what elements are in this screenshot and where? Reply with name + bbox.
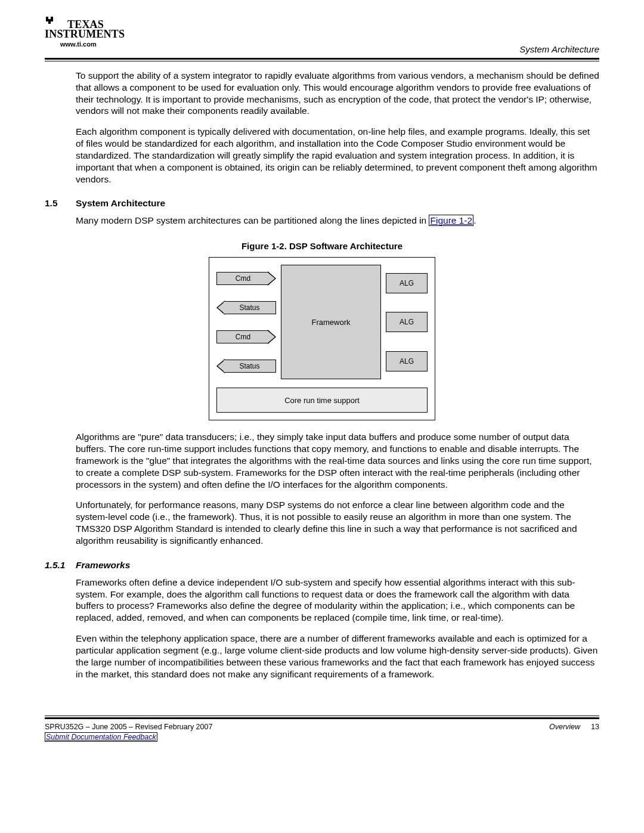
arrow-label: Status (224, 360, 276, 373)
figure: Cmd Status Cmd Status (45, 257, 599, 420)
header-rule (45, 58, 599, 61)
text: . (473, 215, 476, 225)
logo-url: www.ti.com (60, 41, 125, 48)
footer-rule (45, 716, 599, 719)
paragraph: Unfortunately, for performance reasons, … (76, 499, 599, 546)
section-heading: 1.5 System Architecture (45, 198, 599, 209)
ti-logo: TEXAS INSTRUMENTS www.ti.com (45, 16, 125, 48)
figure-link[interactable]: Figure 1-2 (429, 215, 473, 226)
paragraph: Algorithms are "pure" data transducers; … (76, 431, 599, 490)
subsection-title: Frameworks (76, 560, 130, 571)
subsection-heading: 1.5.1 Frameworks (45, 560, 599, 571)
subsection-number: 1.5.1 (45, 560, 76, 571)
arrow-label: Status (224, 301, 276, 314)
framework-box: Framework (281, 265, 381, 379)
paragraph: Even within the telephony application sp… (76, 633, 599, 680)
feedback-link[interactable]: Submit Documentation Feedback (45, 732, 157, 742)
section-number: 1.5 (45, 198, 76, 209)
text: Many modern DSP system architectures can… (76, 215, 429, 225)
alg-box: ALG (386, 351, 428, 371)
paragraph: Each algorithm component is typically de… (76, 126, 599, 185)
page-number: 13 (591, 723, 599, 731)
chip-icon (45, 16, 55, 29)
section-header-label: System Architecture (519, 44, 599, 54)
paragraph: Frameworks often define a device indepen… (76, 577, 599, 624)
doc-id-date: SPRU352G – June 2005 – Revised February … (45, 723, 212, 731)
logo-line2: INSTRUMENTS (45, 29, 125, 39)
paragraph: Many modern DSP system architectures can… (76, 215, 599, 227)
page-footer: SPRU352G – June 2005 – Revised February … (45, 723, 599, 742)
status-arrow: Status (216, 300, 276, 315)
core-runtime-box: Core run time support (216, 388, 428, 413)
figure-caption: Figure 1-2. DSP Software Architecture (45, 241, 599, 251)
page-header: TEXAS INSTRUMENTS www.ti.com System Arch… (45, 16, 599, 54)
footer-section-label: Overview (549, 723, 580, 731)
paragraph: To support the ability of a system integ… (76, 70, 599, 117)
arrow-right-icon (268, 271, 276, 286)
section-title: System Architecture (76, 198, 165, 209)
alg-box: ALG (386, 312, 428, 332)
cmd-arrow: Cmd (216, 329, 276, 345)
arrow-label: Cmd (216, 272, 269, 285)
status-arrow: Status (216, 358, 276, 374)
arrow-label: Cmd (216, 330, 269, 343)
arrow-right-icon (268, 330, 276, 344)
alg-box: ALG (386, 273, 428, 293)
cmd-arrow: Cmd (216, 271, 276, 286)
